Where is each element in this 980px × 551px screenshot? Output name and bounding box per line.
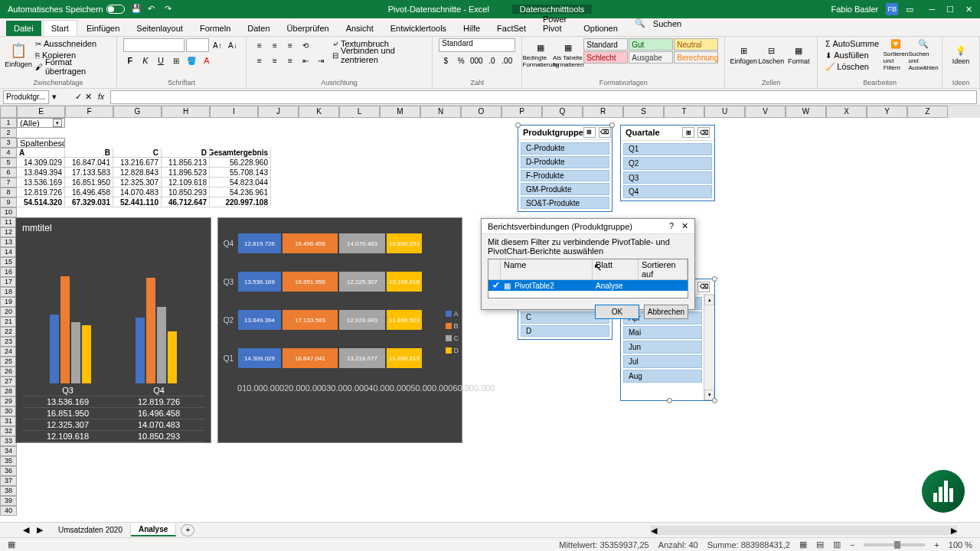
slicer-item[interactable]: Q2 <box>623 157 712 170</box>
row-header[interactable]: 12 <box>0 227 17 237</box>
align-right-icon[interactable]: ≡ <box>283 54 297 67</box>
col-header[interactable]: Q <box>542 106 583 118</box>
row-header[interactable]: 23 <box>0 337 17 347</box>
col-header[interactable]: N <box>420 106 461 118</box>
col-header[interactable]: W <box>786 106 826 118</box>
row-header[interactable]: 26 <box>0 367 17 377</box>
row-header[interactable]: 9 <box>0 197 17 207</box>
stacked-bar-chart[interactable]: Q412.819.72616.496.45814.070.48310.850.2… <box>217 217 462 443</box>
cut-button[interactable]: ✂ Ausschneiden <box>34 38 110 49</box>
fill-button[interactable]: ⬇ Ausfüllen <box>824 50 880 60</box>
row-header[interactable]: 22 <box>0 327 17 337</box>
data-cell[interactable]: 12.819.726 <box>17 187 65 197</box>
border-button[interactable]: ⊞ <box>169 54 183 67</box>
tab-entwicklertools[interactable]: Entwicklertools <box>383 21 454 36</box>
prev-sheet-icon[interactable]: ◀ <box>23 525 29 535</box>
col-header[interactable]: S <box>623 106 664 118</box>
data-cell[interactable]: 46.712.647 <box>162 197 210 207</box>
row-header[interactable]: 18 <box>0 287 17 297</box>
data-cell[interactable]: 12.109.618 <box>162 178 210 187</box>
slicer-produktgruppe[interactable]: Produktgruppe⊞⌫ C-ProdukteD-ProdukteF-Pr… <box>518 125 612 212</box>
name-box[interactable]: Produktgr... <box>3 90 49 104</box>
font-color-button[interactable]: A <box>200 54 214 67</box>
zoom-slider[interactable] <box>864 543 925 546</box>
align-bottom-icon[interactable]: ≡ <box>283 38 297 52</box>
tab-ansicht[interactable]: Ansicht <box>338 21 381 36</box>
row-header[interactable]: 6 <box>0 168 17 178</box>
undo-icon[interactable]: ↶ <box>148 4 158 15</box>
format-painter-button[interactable]: 🖌 Format übertragen <box>34 61 110 72</box>
slicer-item[interactable]: SO&T-Produkte <box>521 197 609 209</box>
tab-ueberpruefen[interactable]: Überprüfen <box>279 21 337 36</box>
ok-button[interactable]: OK <box>595 305 639 319</box>
tab-factset[interactable]: FactSet <box>489 21 534 36</box>
add-sheet-button[interactable]: + <box>181 524 194 536</box>
percent-icon[interactable]: % <box>454 54 468 67</box>
currency-icon[interactable]: $ <box>439 54 452 67</box>
data-cell[interactable]: 11.896.523 <box>162 168 210 178</box>
tab-powerpivot[interactable]: Power Pivot <box>535 11 574 36</box>
row-header[interactable]: 7 <box>0 178 17 187</box>
row-header[interactable]: 13 <box>0 237 17 247</box>
bar-chart[interactable]: mmtitel Q3Q4 13.536.16912.819.726 16.851… <box>15 217 211 443</box>
style-output[interactable]: Ausgabe <box>629 51 673 64</box>
inc-decimal-icon[interactable]: .0 <box>485 54 498 67</box>
col-header[interactable]: Y <box>867 106 907 118</box>
zoom-out-icon[interactable]: − <box>850 540 854 549</box>
zoom-level[interactable]: 100 % <box>949 540 972 549</box>
redo-icon[interactable]: ↷ <box>165 4 175 15</box>
row-header[interactable]: 33 <box>0 436 17 446</box>
number-format-select[interactable]: Standard <box>439 38 515 52</box>
data-cell[interactable]: 56.228.960 <box>210 158 271 168</box>
slicer-item[interactable]: GM-Produkte <box>521 183 609 195</box>
row-header[interactable]: 21 <box>0 317 17 327</box>
slicer-item[interactable]: Q4 <box>623 185 712 198</box>
row-header[interactable]: 27 <box>0 377 17 386</box>
slicer-item[interactable]: Q3 <box>623 171 712 184</box>
chevron-down-icon[interactable]: ▾ <box>53 119 62 127</box>
delete-cells-button[interactable]: ⊟Löschen <box>759 38 783 72</box>
tab-hilfe[interactable]: Hilfe <box>456 21 488 36</box>
data-cell[interactable]: 13.536.169 <box>17 178 65 187</box>
col-header[interactable]: I <box>210 106 258 118</box>
row-header[interactable]: 19 <box>0 297 17 307</box>
view-pagebreak-icon[interactable]: ▥ <box>833 540 841 549</box>
autosum-button[interactable]: Σ AutoSumme <box>824 38 880 49</box>
column-header-cell[interactable]: Spaltenbesc▾ <box>17 138 65 148</box>
next-sheet-icon[interactable]: ▶ <box>37 525 43 535</box>
font-select[interactable] <box>123 38 185 52</box>
data-cell[interactable]: 67.329.031 <box>65 197 113 207</box>
formula-bar[interactable] <box>110 90 977 104</box>
multiselect-icon[interactable]: ⊞ <box>583 127 596 138</box>
data-cell[interactable]: 13.216.677 <box>113 158 162 168</box>
col-header[interactable]: P <box>501 106 542 118</box>
data-cell[interactable]: 10.850.293 <box>162 187 210 197</box>
clear-button[interactable]: 🧹 Löschen <box>824 61 880 72</box>
data-cell[interactable]: 13.849.394 <box>17 168 65 178</box>
sort-filter-button[interactable]: 🔽Sortieren und Filtern <box>884 38 908 72</box>
row-header[interactable]: 34 <box>0 446 17 456</box>
slicer-item[interactable]: F-Produkte <box>521 170 609 182</box>
slicer-item[interactable]: C-Produkte <box>521 142 609 155</box>
data-cell[interactable]: 220.997.108 <box>210 197 271 207</box>
clear-filter-icon[interactable]: ⌫ <box>599 127 611 138</box>
help-icon[interactable]: ? <box>669 221 674 231</box>
col-header[interactable]: V <box>745 106 786 118</box>
slicer-item[interactable]: Aug <box>623 370 702 383</box>
dec-decimal-icon[interactable]: .00 <box>500 54 514 67</box>
col-header[interactable]: O <box>461 106 501 118</box>
horizontal-scrollbar[interactable]: ◀▶ <box>651 526 957 535</box>
data-cell[interactable]: 54.514.320 <box>17 197 65 207</box>
col-header[interactable]: J <box>258 106 299 118</box>
slicer-item[interactable]: Mai <box>623 326 702 339</box>
row-header[interactable]: 15 <box>0 257 17 267</box>
row-header[interactable]: 5 <box>0 158 17 168</box>
conditional-format-button[interactable]: ▦Bedingte Formatierung <box>528 38 553 72</box>
tab-daten[interactable]: Daten <box>240 21 277 36</box>
col-header[interactable]: U <box>704 106 745 118</box>
row-header[interactable]: 28 <box>0 386 17 396</box>
tab-start[interactable]: Start <box>43 20 77 36</box>
style-bad[interactable]: Schlecht <box>583 51 628 64</box>
data-cell[interactable]: 54.823.044 <box>210 178 271 187</box>
data-cell[interactable]: 17.133.583 <box>65 168 113 178</box>
